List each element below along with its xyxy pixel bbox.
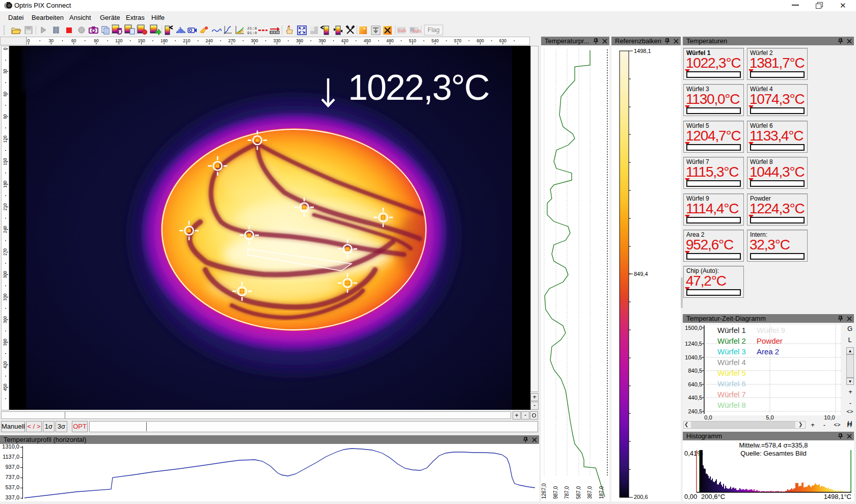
svg-text:849,4: 849,4 [634,271,648,277]
svg-text:Würfel 7: Würfel 7 [717,390,746,399]
svg-text:937,0: 937,0 [5,464,19,470]
svg-text:1137,0: 1137,0 [3,454,19,460]
svg-text:787,0: 787,0 [564,486,570,499]
svg-text:30: 30 [49,38,54,43]
svg-text:240: 240 [206,38,213,43]
svg-text:420: 420 [341,38,349,43]
svg-text:200,6: 200,6 [634,494,648,500]
svg-text:0,0: 0,0 [704,414,712,421]
svg-text:1310,0: 1310,0 [2,444,19,450]
svg-text:210: 210 [183,38,190,43]
svg-text:0: 0 [28,38,30,43]
svg-text:187,0: 187,0 [599,486,604,499]
svg-text:Quelle: Gesamtes Bild: Quelle: Gesamtes Bild [740,450,806,457]
svg-text:270: 270 [228,38,235,43]
svg-text:330: 330 [274,38,281,43]
svg-text:Würfel 6: Würfel 6 [717,379,746,388]
svg-text:Würfel 3: Würfel 3 [717,347,746,356]
svg-text:540: 540 [432,38,439,43]
svg-text:Würfel 8: Würfel 8 [717,401,746,409]
svg-text:1022,3°C: 1022,3°C [348,68,489,107]
svg-text:510: 510 [409,38,416,43]
svg-text:337,0: 337,0 [5,494,19,500]
svg-text:440,5: 440,5 [688,395,702,401]
svg-text:91:0: 91:0 [247,31,257,35]
svg-text:987,0: 987,0 [553,486,558,499]
svg-text:1498,1: 1498,1 [634,48,651,54]
svg-text:600: 600 [477,38,484,43]
svg-text:1500,0: 1500,0 [685,325,702,331]
svg-text:537,0: 537,0 [5,484,19,490]
svg-text:21:8: 21:8 [247,26,257,31]
svg-text:5,0: 5,0 [766,414,773,421]
svg-text:Würfel 5: Würfel 5 [717,369,746,377]
svg-text:300: 300 [251,38,258,43]
svg-text:630: 630 [499,38,506,43]
svg-text:60: 60 [71,38,76,43]
svg-text:150: 150 [138,38,145,43]
svg-text:387,0: 387,0 [587,486,593,499]
svg-text:1240,5: 1240,5 [685,341,702,347]
svg-text:90: 90 [94,38,99,43]
svg-text:1040,5: 1040,5 [685,354,702,360]
svg-text:Flag: Flag [427,26,439,34]
svg-text:Sub: Sub [397,28,407,33]
svg-text:450: 450 [364,38,371,43]
svg-text:120: 120 [115,38,122,43]
svg-text:360: 360 [296,38,303,43]
svg-text:Würfel 9: Würfel 9 [757,326,785,334]
svg-text:1267,0: 1267,0 [541,483,547,499]
svg-text:1498,1°C: 1498,1°C [824,493,851,500]
svg-text:737,0: 737,0 [5,474,19,480]
svg-text:Würfel 4: Würfel 4 [717,358,746,367]
svg-text:Sub: Sub [412,29,421,34]
svg-text:390: 390 [318,38,326,43]
svg-text:570: 570 [454,38,461,43]
svg-text:240,5: 240,5 [688,408,702,414]
svg-text:840,5: 840,5 [688,368,702,374]
svg-text:640,5: 640,5 [688,381,702,387]
svg-text:Mittelw.=578,4 σ=335,8: Mittelw.=578,4 σ=335,8 [739,441,808,449]
svg-text:Area 2: Area 2 [757,347,779,356]
svg-text:480: 480 [386,38,393,43]
svg-text:0,00: 0,00 [684,493,697,500]
svg-text:10,0: 10,0 [824,414,835,421]
svg-text:Würfel 1: Würfel 1 [717,326,746,334]
svg-text:180: 180 [160,38,168,43]
svg-text:Würfel 2: Würfel 2 [717,337,746,345]
svg-text:Powder: Powder [757,337,783,345]
svg-text:587,0: 587,0 [576,486,581,499]
svg-text:200,6°C: 200,6°C [701,493,725,500]
